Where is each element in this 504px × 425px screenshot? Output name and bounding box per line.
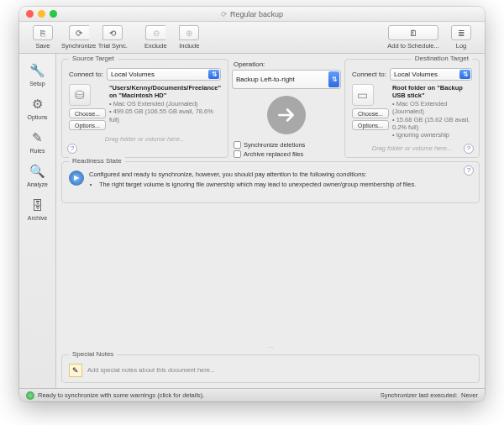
notes-group: Special Notes ✎ Add special notes about … (61, 354, 480, 383)
add-to-schedule-button[interactable]: 🗓 Add to Schedule... (384, 25, 443, 50)
operation-select[interactable]: Backup Left-to-right (232, 70, 341, 89)
sidebar-item-archive[interactable]: 🗄 Archive (19, 192, 55, 225)
source-options-button[interactable]: Options... (69, 120, 106, 130)
toolbar: ⎘ Save ⟳ Synchronize ⟲ Trial Sync. ⊖ Exc… (19, 22, 485, 54)
sidebar-item-setup[interactable]: 🔧 Setup (19, 57, 55, 91)
include-button[interactable]: ⊕ Include (172, 25, 206, 50)
trial-icon: ⟲ (102, 25, 123, 40)
destination-target-group: Destination Target Connect to: Local Vol… (344, 59, 480, 158)
operation-column: Operation: Backup Left-to-right Synchron… (232, 59, 341, 158)
trial-sync-button[interactable]: ⟲ Trial Sync. (96, 25, 129, 50)
readiness-icon (69, 171, 84, 186)
sync-icon: ⟳ (69, 25, 89, 40)
status-bar: Ready to synchronize with some warnings … (19, 388, 485, 401)
readiness-group: Readiness State ? Configured and ready t… (61, 161, 480, 203)
notes-icon: ✎ (69, 364, 82, 377)
source-info: "Users/Kenny/Documents/Freelance" on "Ma… (109, 84, 221, 130)
archive-icon: 🗄 (29, 196, 47, 214)
sidebar-item-rules[interactable]: ✎ Rules (19, 124, 55, 158)
sidebar: 🔧 Setup ⚙ Options ✎ Rules 🔍 Analyze 🗄 Ar… (19, 54, 56, 388)
dest-connect-label: Connect to: (352, 71, 386, 78)
synchronize-button[interactable]: ⟳ Synchronize (61, 25, 96, 50)
dest-options-button[interactable]: Options... (352, 120, 389, 130)
source-connect-label: Connect to: (69, 71, 103, 78)
dest-help-button[interactable]: ? (464, 144, 474, 154)
source-help-button[interactable]: ? (67, 144, 77, 154)
include-icon: ⊕ (179, 25, 199, 40)
status-left[interactable]: Ready to synchronize with some warnings … (26, 391, 204, 400)
exclude-button[interactable]: ⊖ Exclude (139, 25, 172, 50)
split-handle[interactable] (61, 207, 480, 351)
archive-replaced-checkbox[interactable]: Archive replaced files (234, 150, 339, 158)
log-icon: ≣ (451, 25, 471, 40)
main-pane: Source Target Connect to: Local Volumes … (56, 54, 485, 388)
body: 🔧 Setup ⚙ Options ✎ Rules 🔍 Analyze 🗄 Ar… (19, 54, 485, 388)
exclude-icon: ⊖ (145, 25, 165, 40)
log-button[interactable]: ≣ Log (444, 25, 478, 50)
dest-connect-select[interactable]: Local Volumes (390, 68, 472, 81)
hdd-icon: ⛁ (69, 84, 91, 106)
minimize-window-button[interactable] (38, 10, 45, 18)
direction-arrow-icon (267, 96, 306, 134)
source-drop-hint: Drag folder or volume here... (69, 135, 221, 143)
source-choose-button[interactable]: Choose... (69, 108, 106, 118)
titlebar: Regular backup (19, 7, 485, 22)
save-icon: ⎘ (33, 25, 53, 40)
operation-label: Operation: (234, 60, 341, 68)
gear-icon: ⚙ (29, 95, 47, 113)
source-group-label: Source Target (69, 55, 118, 62)
readiness-label: Readiness State (69, 157, 125, 165)
dest-choose-button[interactable]: Choose... (352, 108, 389, 118)
pencil-icon: ✎ (29, 129, 47, 147)
dest-drop-hint: Drag folder or volume here... (352, 144, 472, 152)
wrench-icon: 🔧 (29, 61, 47, 80)
sidebar-item-analyze[interactable]: 🔍 Analyze (19, 158, 55, 192)
targets-row: Source Target Connect to: Local Volumes … (61, 59, 480, 158)
source-connect-select[interactable]: Local Volumes (107, 68, 221, 81)
status-icon (26, 391, 34, 400)
schedule-icon: 🗓 (388, 25, 438, 40)
dest-info: Root folder on "Backup USB stick" • Mac … (392, 84, 472, 139)
notes-label: Special Notes (69, 350, 117, 358)
sync-deletions-checkbox[interactable]: Synchronize deletions (234, 141, 339, 149)
readiness-help-button[interactable]: ? (464, 165, 474, 176)
notes-field[interactable]: Add special notes about this document he… (87, 366, 215, 374)
close-window-button[interactable] (26, 10, 34, 18)
dest-group-label: Destination Target (412, 55, 472, 62)
status-right: Synchronizer last executed: Never (381, 391, 478, 399)
window-controls (26, 10, 57, 18)
window-title: Regular backup (19, 10, 485, 18)
readiness-text: Configured and ready to synchronize, how… (89, 171, 416, 190)
app-window: Regular backup ⎘ Save ⟳ Synchronize ⟲ Tr… (19, 7, 485, 401)
external-drive-icon: ▭ (352, 84, 374, 106)
sidebar-item-options[interactable]: ⚙ Options (19, 91, 55, 124)
include-exclude-segment: ⊖ Exclude ⊕ Include (139, 25, 206, 50)
magnify-icon: 🔍 (29, 162, 47, 181)
source-target-group: Source Target Connect to: Local Volumes … (61, 59, 228, 158)
save-button[interactable]: ⎘ Save (26, 25, 60, 50)
sync-segment: ⟳ Synchronize ⟲ Trial Sync. (61, 25, 129, 50)
zoom-window-button[interactable] (50, 10, 57, 18)
